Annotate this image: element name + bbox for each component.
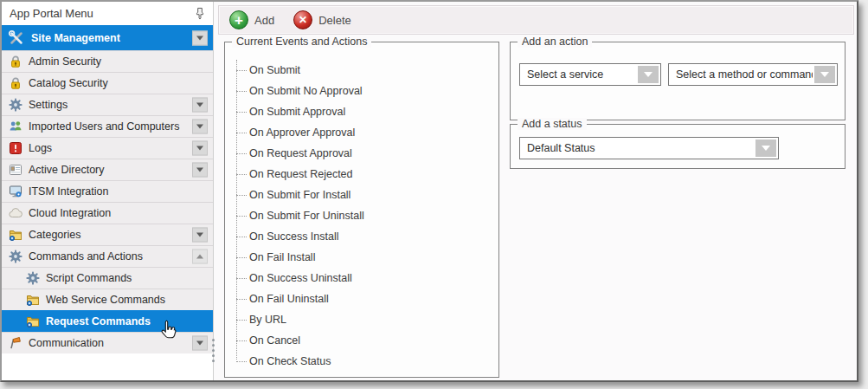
method-select-value: Select a method or command — [669, 68, 813, 81]
event-item[interactable]: On Request Rejected — [225, 164, 498, 185]
event-item-label: On Approver Approval — [249, 126, 355, 139]
sidebar-item-settings[interactable]: Settings — [2, 94, 213, 115]
event-item[interactable]: On Request Approval — [225, 143, 498, 164]
chevron-down-icon[interactable] — [192, 163, 208, 178]
chevron-down-icon[interactable] — [638, 66, 659, 83]
event-item-label: On Success Install — [249, 230, 339, 243]
sidebar-item-site-management[interactable]: Site Management — [2, 25, 213, 50]
action-groupbox: Add an action Select a service Select a … — [510, 42, 845, 120]
sidebar-item-label: Imported Users and Computers — [29, 120, 179, 133]
gear-icon — [9, 250, 23, 263]
event-item[interactable]: On Check Status — [225, 351, 498, 372]
sidebar-item-cloud-integration[interactable]: Cloud Integration — [2, 202, 213, 224]
add-icon: + — [229, 10, 248, 29]
events-groupbox: Current Events and Actions On Submit On … — [224, 42, 499, 378]
event-item-label: On Submit — [249, 64, 300, 76]
sidebar-item-admin-security[interactable]: Admin Security — [2, 50, 213, 72]
folder-gear-icon — [26, 293, 40, 307]
sidebar-item-label: Active Directory — [29, 164, 105, 176]
lock-icon — [9, 76, 23, 90]
sidebar-item-imported-users-and-computers[interactable]: Imported Users and Computers — [2, 115, 213, 137]
sidebar-item-script-commands[interactable]: Script Commands — [2, 267, 213, 289]
method-select[interactable]: Select a method or command — [668, 63, 838, 86]
status-groupbox: Add a status Default Status — [510, 124, 845, 169]
event-item-label: On Fail Install — [249, 251, 315, 263]
delete-button[interactable]: ✕ Delete — [293, 10, 351, 29]
sidebar-item-categories[interactable]: Categories — [2, 224, 213, 245]
action-groupbox-title: Add an action — [518, 36, 592, 48]
service-select-value: Select a service — [520, 68, 636, 81]
chevron-down-icon[interactable] — [814, 66, 835, 83]
event-item-label: On Request Rejected — [249, 168, 353, 180]
sidebar-item-label: Cloud Integration — [29, 207, 111, 219]
sidebar-item-label: Settings — [29, 99, 68, 111]
sidebar-item-label: Request Commands — [46, 315, 151, 327]
error-log-icon — [9, 141, 23, 155]
pin-icon[interactable] — [193, 7, 207, 20]
event-item-label: On Fail Uninstall — [249, 293, 329, 305]
event-item-label: On Submit Approval — [249, 106, 345, 118]
delete-icon: ✕ — [293, 10, 312, 29]
sidebar-item-label: Script Commands — [46, 272, 132, 284]
event-item[interactable]: On Submit For Uninstall — [225, 205, 498, 226]
app-window: App Portal Menu Site Management Admin Se… — [0, 0, 858, 382]
event-item[interactable]: On Submit Approval — [225, 101, 498, 122]
event-item[interactable]: On Fail Uninstall — [225, 289, 498, 309]
sidebar-item-active-directory[interactable]: Active Directory — [2, 159, 213, 180]
sidebar-item-label: Commands and Actions — [29, 250, 143, 263]
folder-gear-icon — [9, 228, 23, 242]
event-item-label: By URL — [249, 314, 286, 326]
event-item[interactable]: On Success Uninstall — [225, 268, 498, 289]
chevron-down-icon[interactable] — [192, 141, 208, 156]
sidebar-item-communication[interactable]: Communication — [2, 332, 213, 353]
chevron-down-icon[interactable] — [192, 120, 208, 134]
chevron-down-icon[interactable] — [755, 139, 776, 157]
sidebar-item-request-commands[interactable]: Request Commands — [2, 310, 213, 332]
toolbar: + Add ✕ Delete — [218, 5, 854, 35]
event-item[interactable]: On Submit — [225, 60, 498, 81]
chevron-down-icon[interactable] — [192, 30, 208, 45]
event-item[interactable]: By URL — [225, 309, 498, 330]
add-button[interactable]: + Add — [229, 10, 274, 29]
sidebar-item-web-service-commands[interactable]: Web Service Commands — [2, 289, 213, 310]
sidebar-item-commands-and-actions[interactable]: Commands and Actions — [2, 245, 213, 267]
event-item[interactable]: On Fail Install — [225, 247, 498, 268]
event-item[interactable]: On Submit No Approval — [225, 81, 498, 101]
chevron-down-icon[interactable] — [192, 98, 208, 113]
sidebar-item-catalog-security[interactable]: Catalog Security — [2, 72, 213, 94]
chevron-down-icon[interactable] — [192, 228, 208, 243]
event-item-label: On Check Status — [249, 355, 331, 367]
event-item[interactable]: On Cancel — [225, 330, 498, 351]
id-card-icon — [9, 163, 23, 177]
sidebar: App Portal Menu Site Management Admin Se… — [2, 2, 213, 380]
gear-icon — [26, 271, 40, 285]
megaphone-icon — [9, 336, 23, 350]
delete-button-label: Delete — [318, 14, 351, 27]
sidebar-item-label: Categories — [29, 229, 80, 241]
event-item-label: On Submit No Approval — [249, 85, 363, 97]
event-item-label: On Request Approval — [249, 147, 352, 159]
status-select[interactable]: Default Status — [519, 137, 779, 159]
events-tree: On Submit On Submit No Approval On Submi… — [225, 42, 498, 372]
sidebar-item-label: ITSM Integration — [29, 185, 108, 198]
event-item-label: On Submit For Uninstall — [249, 210, 364, 222]
event-item-label: On Cancel — [249, 334, 300, 347]
chevron-down-icon[interactable] — [192, 336, 208, 351]
service-select[interactable]: Select a service — [519, 63, 661, 86]
chevron-up-icon[interactable] — [192, 250, 208, 264]
event-item-label: On Success Uninstall — [249, 272, 352, 284]
status-select-value: Default Status — [520, 142, 754, 154]
monitor-gear-icon — [9, 185, 23, 198]
sidebar-item-logs[interactable]: Logs — [2, 137, 213, 159]
screen: App Portal Menu Site Management Admin Se… — [0, 0, 868, 389]
gear-icon — [9, 98, 23, 112]
sidebar-item-label: Logs — [29, 142, 52, 154]
sidebar-item-itsm-integration[interactable]: ITSM Integration — [2, 180, 213, 202]
sidebar-title: App Portal Menu — [10, 7, 93, 20]
splitter-handle[interactable] — [211, 336, 215, 365]
event-item[interactable]: On Success Install — [225, 226, 498, 247]
sidebar-item-label: Admin Security — [29, 55, 101, 68]
event-item[interactable]: On Approver Approval — [225, 122, 498, 143]
event-item[interactable]: On Submit For Install — [225, 185, 498, 205]
add-button-label: Add — [254, 14, 274, 27]
